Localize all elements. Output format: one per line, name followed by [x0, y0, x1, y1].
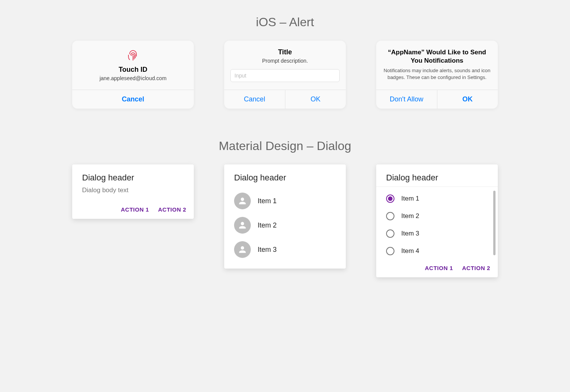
person-icon	[234, 217, 251, 234]
list-item[interactable]: Item 3	[224, 237, 346, 262]
fingerprint-icon	[126, 48, 140, 62]
ios-row: Touch ID jane.appleseed@icloud.com Cance…	[0, 41, 570, 109]
list-item-label: Item 3	[258, 246, 277, 254]
section-title-ios: iOS – Alert	[0, 15, 570, 29]
dialog-header: Dialog header	[72, 164, 194, 187]
ok-button[interactable]: OK	[285, 90, 346, 109]
list-item-label: Item 2	[258, 221, 277, 229]
ios-alert-actions: Cancel	[72, 90, 194, 109]
radio-item[interactable]: Item 4	[376, 242, 490, 260]
dont-allow-button[interactable]: Don't Allow	[376, 90, 437, 109]
ios-alert-touchid: Touch ID jane.appleseed@icloud.com Cance…	[72, 41, 194, 109]
ios-alert-content: “AppName” Would Like to Send You Notific…	[376, 41, 498, 90]
ios-alert-body: Notifications may include alerts, sounds…	[382, 67, 492, 81]
ios-alert-title: “AppName” Would Like to Send You Notific…	[382, 48, 492, 65]
cancel-button[interactable]: Cancel	[72, 90, 194, 109]
list-item[interactable]: Item 1	[224, 189, 346, 213]
dialog-actions: ACTION 1 ACTION 2	[72, 202, 194, 219]
cancel-button[interactable]: Cancel	[224, 90, 285, 109]
material-dialog-simple: Dialog header Dialog body text ACTION 1 …	[72, 164, 194, 219]
ios-alert-body: Prompt description.	[230, 58, 340, 64]
scrollbar-thumb[interactable]	[493, 191, 496, 255]
radio-item-label: Item 1	[401, 195, 419, 202]
dialog-radio-container: Item 1Item 2Item 3Item 4	[376, 187, 498, 260]
action-1-button[interactable]: ACTION 1	[121, 206, 149, 213]
action-2-button[interactable]: ACTION 2	[158, 206, 186, 213]
person-icon	[234, 193, 251, 209]
material-dialog-radio: Dialog header Item 1Item 2Item 3Item 4 A…	[376, 164, 498, 277]
ios-alert-prompt: Title Prompt description. Cancel OK	[224, 41, 346, 109]
action-1-button[interactable]: ACTION 1	[425, 265, 453, 271]
ios-alert-title: Touch ID	[78, 66, 188, 74]
person-icon	[234, 241, 251, 258]
ios-alert-title: Title	[230, 48, 340, 56]
ios-alert-actions: Cancel OK	[224, 90, 346, 109]
ios-alert-content: Touch ID jane.appleseed@icloud.com	[72, 41, 194, 90]
list-item[interactable]: Item 2	[224, 213, 346, 237]
radio-item[interactable]: Item 3	[376, 225, 490, 242]
ios-alert-actions: Don't Allow OK	[376, 90, 498, 109]
dialog-radio-list: Item 1Item 2Item 3Item 4	[376, 187, 498, 260]
ios-alert-content: Title Prompt description.	[224, 41, 346, 90]
list-item-label: Item 1	[258, 197, 277, 205]
dialog-header: Dialog header	[376, 164, 498, 187]
material-row: Dialog header Dialog body text ACTION 1 …	[0, 164, 570, 277]
ios-alert-notifications: “AppName” Would Like to Send You Notific…	[376, 41, 498, 109]
radio-icon	[386, 247, 394, 255]
section-title-material: Material Design – Dialog	[0, 139, 570, 153]
radio-icon	[386, 194, 394, 203]
radio-item[interactable]: Item 1	[376, 190, 490, 207]
ios-alert-subtitle: jane.appleseed@icloud.com	[78, 75, 188, 81]
material-dialog-list: Dialog header Item 1Item 2Item 3	[224, 164, 346, 269]
radio-icon	[386, 229, 394, 238]
radio-item-label: Item 3	[401, 230, 419, 237]
action-2-button[interactable]: ACTION 2	[462, 265, 490, 271]
radio-icon	[386, 212, 394, 220]
dialog-actions: ACTION 1 ACTION 2	[376, 260, 498, 277]
prompt-input[interactable]	[230, 69, 340, 82]
dialog-header: Dialog header	[224, 164, 346, 187]
radio-item-label: Item 4	[401, 247, 419, 255]
dialog-body: Dialog body text	[72, 187, 194, 202]
dialog-list: Item 1Item 2Item 3	[224, 187, 346, 269]
radio-item[interactable]: Item 2	[376, 207, 490, 225]
allow-button[interactable]: OK	[437, 90, 498, 109]
radio-item-label: Item 2	[401, 212, 419, 220]
